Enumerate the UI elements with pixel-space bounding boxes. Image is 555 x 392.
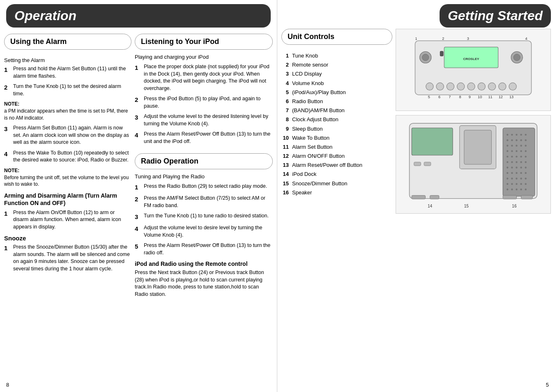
svg-text:10: 10 bbox=[478, 95, 482, 99]
svg-text:2: 2 bbox=[442, 37, 444, 41]
svg-text:3: 3 bbox=[467, 37, 469, 41]
svg-point-66 bbox=[511, 167, 513, 168]
svg-text:16: 16 bbox=[512, 204, 517, 208]
svg-point-14 bbox=[457, 83, 465, 90]
svg-point-50 bbox=[507, 150, 508, 152]
svg-rect-94 bbox=[414, 162, 421, 166]
svg-point-68 bbox=[520, 167, 522, 168]
radio-step-2: 2 Press the AM/FM Select Button (7/25) t… bbox=[135, 195, 273, 209]
svg-point-74 bbox=[525, 172, 526, 174]
ctrl-num: 11 bbox=[281, 143, 289, 151]
step-num: 2 bbox=[135, 195, 140, 209]
svg-point-51 bbox=[511, 150, 513, 152]
ctrl-label: LCD Display bbox=[292, 70, 322, 78]
svg-point-45 bbox=[507, 145, 508, 146]
svg-point-85 bbox=[507, 189, 508, 190]
ipod-step-2-text: Press the iPod Button (5) to play iPod, … bbox=[144, 95, 273, 110]
ipod-radio-column: Listening to Your iPod Playing and charg… bbox=[135, 34, 273, 298]
step-num: 5 bbox=[135, 242, 140, 256]
svg-point-65 bbox=[507, 167, 508, 168]
ipod-step-4-text: Press the Alarm Reset/Power Off Button (… bbox=[144, 131, 273, 145]
ipod-title: Listening to Your iPod bbox=[141, 37, 267, 46]
ctrl-num: 8 bbox=[281, 116, 289, 123]
ctrl-label: Radio Button bbox=[292, 98, 323, 105]
bottom-diagram: 14 15 16 bbox=[396, 115, 551, 214]
radio-subheading: Tuning and Playing the Radio bbox=[135, 173, 273, 180]
control-item: 9Sleep Button bbox=[281, 125, 392, 133]
svg-point-87 bbox=[516, 189, 517, 190]
radio-step-3: 3 Turn the Tune Knob (1) to tune radio t… bbox=[135, 212, 273, 221]
svg-point-18 bbox=[499, 83, 506, 90]
ipod-section-box: Listening to Your iPod bbox=[135, 34, 273, 50]
svg-point-78 bbox=[520, 178, 522, 179]
svg-point-6 bbox=[514, 54, 520, 61]
svg-text:9: 9 bbox=[469, 95, 471, 99]
svg-point-17 bbox=[488, 83, 495, 90]
svg-point-36 bbox=[511, 134, 513, 136]
alarm-step-2-text: Turn the Tune Knob (1) to set the desire… bbox=[13, 83, 131, 97]
svg-point-53 bbox=[520, 150, 522, 152]
top-diagram: CROSLEY 1 2 3 4 bbox=[396, 29, 551, 111]
ipod-step-3-text: Adjust the volume level to the desired l… bbox=[144, 113, 273, 127]
note-text-2: Before turning the unit off, set the vol… bbox=[4, 175, 129, 187]
ctrl-num: 2 bbox=[281, 61, 289, 69]
svg-point-38 bbox=[520, 134, 522, 136]
svg-point-61 bbox=[511, 161, 513, 163]
control-item: 14iPod Dock bbox=[281, 171, 392, 178]
svg-point-73 bbox=[520, 172, 522, 174]
left-page: Operation Using the Alarm Setting the Al… bbox=[0, 0, 277, 392]
arm-step-1: 1 Press the Alarm On/Off Button (12) to … bbox=[4, 209, 131, 231]
control-item: 6Radio Button bbox=[281, 98, 392, 105]
ctrl-num: 7 bbox=[281, 107, 289, 114]
svg-point-41 bbox=[511, 139, 513, 141]
ctrl-label: Alarm ON/OFF Button bbox=[292, 152, 345, 160]
alarm-setting-heading: Setting the Alarm bbox=[4, 57, 131, 63]
page-number-left: 8 bbox=[6, 382, 9, 388]
ctrl-label: Clock Adjust Button bbox=[292, 116, 339, 123]
snooze-step-1-text: Press the Snooze/Dimmer Button (15/30) a… bbox=[13, 244, 131, 272]
svg-point-57 bbox=[516, 156, 517, 157]
radio-step-4-text: Adjust the volume level to desire level … bbox=[144, 224, 273, 239]
ipod-step-1: 1 Place the proper dock plate (not suppl… bbox=[135, 63, 273, 92]
svg-point-12 bbox=[436, 83, 444, 90]
alarm-steps-list: 1 Press and hold the Alarm Set Button (1… bbox=[4, 65, 131, 97]
step-num: 3 bbox=[135, 212, 140, 221]
radio-step-2-text: Press the AM/FM Select Button (7/25) to … bbox=[144, 195, 273, 209]
control-item: 15Snooze/Dimmer Button bbox=[281, 180, 392, 187]
ctrl-num: 6 bbox=[281, 98, 289, 105]
ctrl-label: Snooze/Dimmer Button bbox=[292, 180, 347, 187]
ctrl-num: 12 bbox=[281, 152, 289, 160]
operation-title: Operation bbox=[14, 8, 263, 23]
svg-point-70 bbox=[507, 172, 508, 174]
ctrl-label: Wake To Button bbox=[292, 134, 329, 142]
page-number-right: 5 bbox=[546, 382, 549, 388]
radio-steps-list: 1 Press the Radio Button (29) to select … bbox=[135, 183, 273, 256]
svg-point-75 bbox=[507, 178, 508, 179]
svg-point-39 bbox=[525, 134, 526, 136]
ctrl-num: 4 bbox=[281, 80, 289, 87]
svg-point-63 bbox=[520, 161, 522, 163]
step-num: 3 bbox=[135, 113, 140, 127]
controls-title: Unit Controls bbox=[288, 32, 386, 41]
svg-point-55 bbox=[507, 156, 508, 157]
alarm-section-box: Using the Alarm bbox=[4, 34, 131, 50]
svg-rect-92 bbox=[503, 195, 516, 199]
svg-point-54 bbox=[525, 150, 526, 152]
alarm-step-3: 3 Press Alarm Set Button (11) again. Ala… bbox=[4, 125, 131, 146]
ctrl-num: 16 bbox=[281, 189, 289, 196]
svg-rect-29 bbox=[440, 51, 443, 56]
ctrl-num: 15 bbox=[281, 180, 289, 187]
svg-point-84 bbox=[525, 183, 526, 185]
snooze-step-1: 1 Press the Snooze/Dimmer Button (15/30)… bbox=[4, 244, 131, 272]
svg-point-35 bbox=[507, 134, 508, 136]
radio-step-1: 1 Press the Radio Button (29) to select … bbox=[135, 183, 273, 191]
ctrl-num: 9 bbox=[281, 125, 289, 133]
control-item: 8Clock Adjust Button bbox=[281, 116, 392, 123]
ctrl-label: Remote sensor bbox=[292, 61, 328, 69]
svg-point-60 bbox=[507, 161, 508, 163]
radio-step-4: 4 Adjust the volume level to desire leve… bbox=[135, 224, 273, 239]
svg-point-77 bbox=[516, 178, 517, 179]
svg-point-81 bbox=[511, 183, 513, 185]
remote-heading: iPod and Radio using the Remote control bbox=[135, 261, 273, 267]
svg-rect-90 bbox=[412, 195, 425, 199]
